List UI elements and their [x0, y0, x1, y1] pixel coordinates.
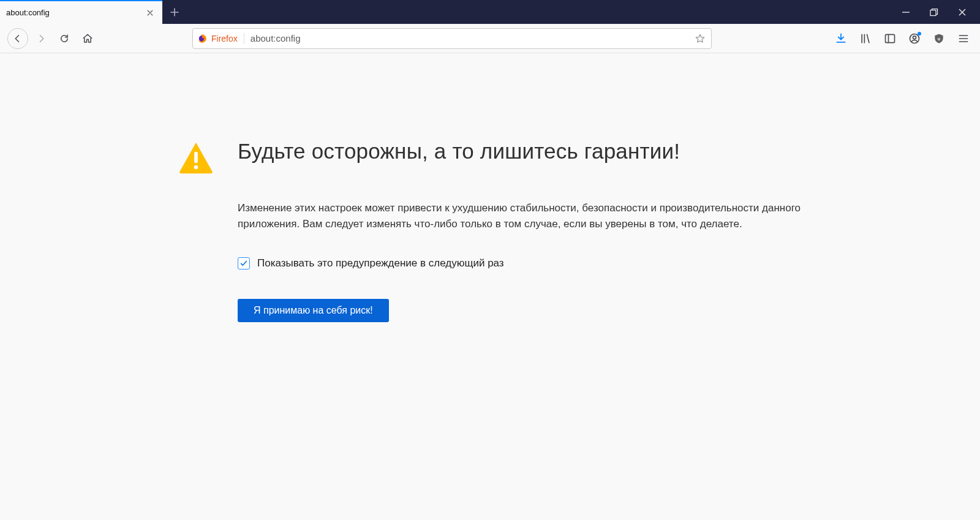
show-warning-checkbox-row: Показывать это предупреждение в следующи…: [238, 257, 801, 269]
ublock-shield-icon[interactable]: υ: [930, 29, 948, 48]
downloads-button[interactable]: [832, 29, 850, 48]
account-notification-dot: [918, 32, 921, 36]
reload-button[interactable]: [54, 28, 75, 49]
back-button[interactable]: [7, 28, 28, 49]
window-maximize-icon[interactable]: [929, 7, 940, 18]
warning-description: Изменение этих настроек может привести к…: [238, 200, 801, 232]
url-text: about:config: [244, 33, 694, 43]
svg-rect-6: [194, 152, 198, 164]
window-controls: [900, 0, 980, 24]
forward-button[interactable]: [31, 28, 51, 49]
nav-toolbar: Firefox about:config υ: [0, 24, 980, 53]
bookmark-star-icon[interactable]: [694, 32, 706, 45]
active-tab[interactable]: about:config: [0, 0, 162, 24]
url-bar[interactable]: Firefox about:config: [192, 28, 712, 49]
tab-strip: about:config: [0, 0, 980, 24]
accept-risk-button[interactable]: Я принимаю на себя риск!: [238, 299, 389, 322]
identity-label: Firefox: [211, 34, 238, 43]
warning-body: Будьте осторожны, а то лишитесь гарантии…: [238, 139, 801, 322]
svg-rect-0: [930, 10, 936, 15]
app-menu-button[interactable]: [954, 29, 973, 48]
window-minimize-icon[interactable]: [900, 7, 911, 18]
sidebar-button[interactable]: [881, 29, 899, 48]
firefox-account-button[interactable]: [905, 29, 924, 48]
window-close-icon[interactable]: [957, 7, 968, 18]
firefox-logo-icon: [197, 33, 208, 44]
warning-icon: [178, 139, 214, 178]
page-content: Будьте осторожны, а то лишитесь гарантии…: [0, 53, 980, 322]
identity-box[interactable]: Firefox: [197, 33, 244, 44]
svg-point-7: [194, 165, 198, 170]
close-tab-icon[interactable]: [144, 7, 156, 19]
warning-block: Будьте осторожны, а то лишитесь гарантии…: [178, 139, 802, 322]
toolbar-right-icons: υ: [820, 29, 973, 48]
library-button[interactable]: [856, 29, 875, 48]
svg-text:υ: υ: [938, 36, 941, 41]
show-warning-checkbox[interactable]: [238, 257, 250, 269]
tab-title: about:config: [6, 8, 50, 17]
new-tab-button[interactable]: [162, 0, 187, 24]
svg-point-4: [913, 36, 916, 39]
warning-title: Будьте осторожны, а то лишитесь гарантии…: [238, 139, 801, 164]
tabstrip-spacer: [187, 0, 900, 24]
show-warning-checkbox-label: Показывать это предупреждение в следующи…: [257, 257, 504, 269]
home-button[interactable]: [77, 28, 98, 49]
svg-rect-2: [886, 34, 895, 42]
